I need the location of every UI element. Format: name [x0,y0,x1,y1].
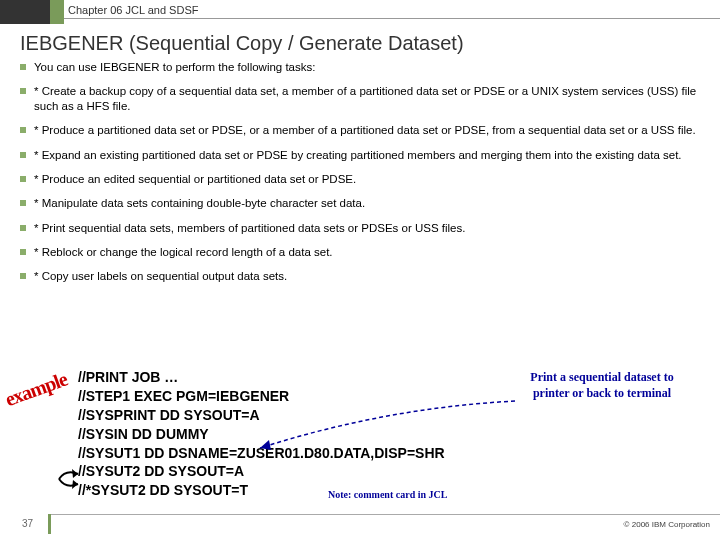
bullet-item: * Copy user labels on sequential output … [20,269,708,283]
bullet-list: You can use IEBGENER to perform the foll… [20,60,708,294]
bullet-item: * Manipulate data sets containing double… [20,196,708,210]
copyright-text: © 2006 IBM Corporation [624,520,710,529]
header-bar: Chapter 06 JCL and SDSF [0,0,720,24]
bullet-item: * Reblock or change the logical record l… [20,245,708,259]
jcl-code-block: //PRINT JOB … //STEP1 EXEC PGM=IEBGENER … [78,368,445,500]
example-watermark: example [2,368,70,412]
bullet-item: You can use IEBGENER to perform the foll… [20,60,708,74]
slide-number: 37 [22,518,33,529]
header-green-accent [50,0,64,24]
bullet-item: * Print sequential data sets, members of… [20,221,708,235]
bullet-item: * Expand an existing partitioned data se… [20,148,708,162]
footer-green-accent [48,514,51,534]
page-title: IEBGENER (Sequential Copy / Generate Dat… [20,32,464,55]
bullet-item: * Produce an edited sequential or partit… [20,172,708,186]
bullet-item: * Create a backup copy of a sequential d… [20,84,708,113]
header-chapter-text: Chapter 06 JCL and SDSF [68,4,198,16]
footer: 37 © 2006 IBM Corporation [0,514,720,534]
header-rule [64,18,720,19]
annotation-print-sequential: Print a sequential dataset to printer or… [522,370,682,401]
footer-rule [48,514,720,515]
bullet-item: * Produce a partitioned data set or PDSE… [20,123,708,137]
annotation-comment-card: Note: comment card in JCL [328,489,447,500]
